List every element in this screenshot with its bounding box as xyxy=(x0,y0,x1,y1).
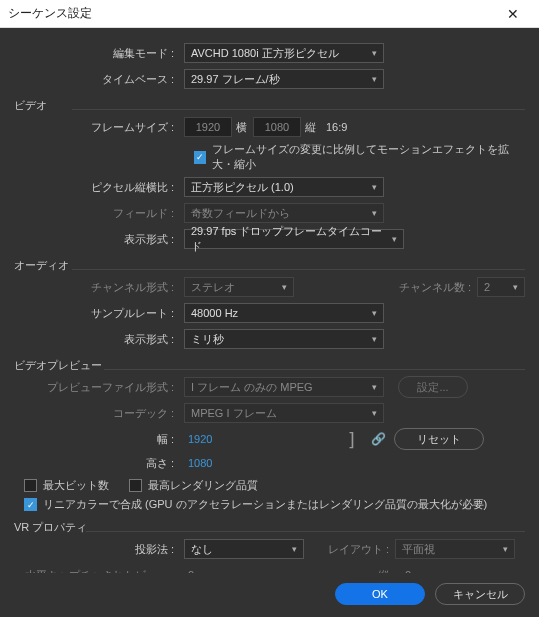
edit-mode-value: AVCHD 1080i 正方形ピクセル xyxy=(191,46,339,61)
preview-fileformat-value: I フレーム のみの MPEG xyxy=(191,380,313,395)
chevron-down-icon: ▾ xyxy=(372,382,377,392)
max-render-quality-label: 最高レンダリング品質 xyxy=(148,478,258,493)
link-icon[interactable]: 🔗 xyxy=(371,432,386,446)
chevron-down-icon: ▾ xyxy=(372,334,377,344)
ch-count-select: 2 ▾ xyxy=(477,277,525,297)
max-bit-depth-label: 最大ビット数 xyxy=(43,478,109,493)
timebase-value: 29.97 フレーム/秒 xyxy=(191,72,280,87)
fields-label: フィールド : xyxy=(14,206,184,221)
close-icon[interactable]: ✕ xyxy=(495,6,531,22)
preview-fileformat-label: プレビューファイル形式 : xyxy=(14,380,184,395)
ch-count-label: チャンネル数 : xyxy=(399,280,471,295)
audio-display-select[interactable]: ミリ秒 ▾ xyxy=(184,329,384,349)
framesize-width-input: 1920 xyxy=(184,117,232,137)
timebase-select[interactable]: 29.97 フレーム/秒 ▾ xyxy=(184,69,384,89)
chevron-down-icon: ▾ xyxy=(503,544,508,554)
fields-value: 奇数フィールドから xyxy=(191,206,290,221)
layout-value: 平面視 xyxy=(402,542,435,557)
ch-count-value: 2 xyxy=(484,281,490,293)
video-display-value: 29.97 fps ドロップフレームタイムコード xyxy=(191,224,386,254)
edit-mode-label: 編集モード : xyxy=(14,46,184,61)
preview-fileformat-select: I フレーム のみの MPEG ▾ xyxy=(184,377,384,397)
projection-select[interactable]: なし ▾ xyxy=(184,539,304,559)
chevron-down-icon: ▾ xyxy=(372,308,377,318)
framesize-v-label: 縦 xyxy=(305,120,316,135)
samplerate-label: サンプルレート : xyxy=(14,306,184,321)
linear-color-checkbox[interactable]: ✓ リニアカラーで合成 (GPU のアクセラレーションまたはレンダリング品質の最… xyxy=(24,497,525,512)
ch-format-value: ステレオ xyxy=(191,280,235,295)
max-bit-depth-checkbox[interactable]: 最大ビット数 xyxy=(24,478,109,493)
max-render-quality-checkbox[interactable]: 最高レンダリング品質 xyxy=(129,478,258,493)
preview-height-label: 高さ : xyxy=(14,456,184,471)
codec-value: MPEG I フレーム xyxy=(191,406,277,421)
chevron-down-icon: ▾ xyxy=(292,544,297,554)
scale-effects-label: フレームサイズの変更に比例してモーションエフェクトを拡大・縮小 xyxy=(212,142,525,172)
audio-display-value: ミリ秒 xyxy=(191,332,224,347)
chevron-down-icon: ▾ xyxy=(372,74,377,84)
chevron-down-icon: ▾ xyxy=(372,182,377,192)
preview-height-value[interactable]: 1080 xyxy=(184,457,216,469)
content-area: 編集モード : AVCHD 1080i 正方形ピクセル ▾ タイムベース : 2… xyxy=(0,28,539,573)
footer: OK キャンセル xyxy=(0,573,539,617)
framesize-label: フレームサイズ : xyxy=(14,120,184,135)
pixel-aspect-value: 正方形ピクセル (1.0) xyxy=(191,180,294,195)
ch-format-label: チャンネル形式 : xyxy=(14,280,184,295)
codec-select: MPEG I フレーム ▾ xyxy=(184,403,384,423)
codec-label: コーデック : xyxy=(14,406,184,421)
layout-label: レイアウト : xyxy=(328,542,389,557)
preview-settings-button: 設定... xyxy=(398,376,468,398)
framesize-h-label: 横 xyxy=(236,120,247,135)
pixel-aspect-label: ピクセル縦横比 : xyxy=(14,180,184,195)
projection-label: 投影法 : xyxy=(14,542,184,557)
chevron-down-icon: ▾ xyxy=(372,48,377,58)
ok-button[interactable]: OK xyxy=(335,583,425,605)
chevron-down-icon: ▾ xyxy=(372,408,377,418)
checkbox-empty-icon xyxy=(129,479,142,492)
preview-section-title: ビデオプレビュー xyxy=(14,358,525,373)
samplerate-select[interactable]: 48000 Hz ▾ xyxy=(184,303,384,323)
audio-section-title: オーディオ xyxy=(14,258,525,273)
projection-value: なし xyxy=(191,542,213,557)
layout-select: 平面視 ▾ xyxy=(395,539,515,559)
fields-select: 奇数フィールドから ▾ xyxy=(184,203,384,223)
scale-effects-checkbox[interactable]: ✓ フレームサイズの変更に比例してモーションエフェクトを拡大・縮小 xyxy=(194,142,525,172)
bracket-icon: ] xyxy=(346,429,357,450)
preview-width-value[interactable]: 1920 xyxy=(184,433,216,445)
window-title: シーケンス設定 xyxy=(8,5,495,22)
video-section-title: ビデオ xyxy=(14,98,525,113)
framesize-height-input: 1080 xyxy=(253,117,301,137)
titlebar: シーケンス設定 ✕ xyxy=(0,0,539,28)
checkbox-checked-icon: ✓ xyxy=(194,151,206,164)
vr-section-title: VR プロパティ xyxy=(14,520,525,535)
video-display-select[interactable]: 29.97 fps ドロップフレームタイムコード ▾ xyxy=(184,229,404,249)
linear-color-label: リニアカラーで合成 (GPU のアクセラレーションまたはレンダリング品質の最大化… xyxy=(43,497,487,512)
chevron-down-icon: ▾ xyxy=(513,282,518,292)
preview-width-label: 幅 : xyxy=(14,432,184,447)
edit-mode-select[interactable]: AVCHD 1080i 正方形ピクセル ▾ xyxy=(184,43,384,63)
chevron-down-icon: ▾ xyxy=(392,234,397,244)
chevron-down-icon: ▾ xyxy=(282,282,287,292)
checkbox-empty-icon xyxy=(24,479,37,492)
ch-format-select: ステレオ ▾ xyxy=(184,277,294,297)
timebase-label: タイムベース : xyxy=(14,72,184,87)
pixel-aspect-select[interactable]: 正方形ピクセル (1.0) ▾ xyxy=(184,177,384,197)
samplerate-value: 48000 Hz xyxy=(191,307,238,319)
cancel-button[interactable]: キャンセル xyxy=(435,583,525,605)
framesize-ratio: 16:9 xyxy=(326,121,347,133)
audio-display-label: 表示形式 : xyxy=(14,332,184,347)
reset-button[interactable]: リセット xyxy=(394,428,484,450)
video-display-label: 表示形式 : xyxy=(14,232,184,247)
chevron-down-icon: ▾ xyxy=(372,208,377,218)
checkbox-checked-icon: ✓ xyxy=(24,498,37,511)
